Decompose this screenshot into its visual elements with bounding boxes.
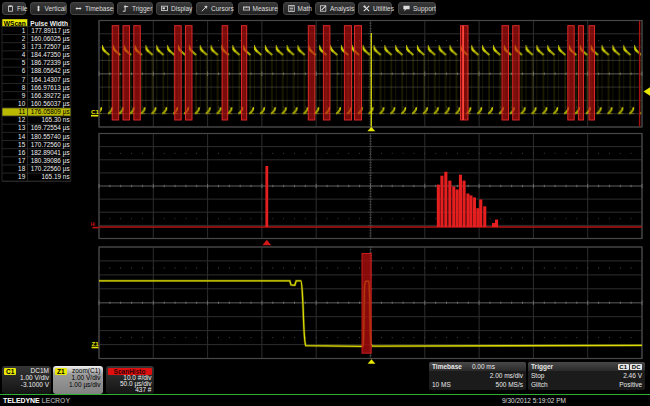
svg-text:Hi: Hi bbox=[91, 222, 96, 227]
svg-text:184.47350 µs: 184.47350 µs bbox=[31, 51, 70, 59]
svg-text:166.39272 µs: 166.39272 µs bbox=[31, 92, 70, 100]
svg-text:C1: C1 bbox=[91, 108, 99, 115]
svg-text:182.89041 µs: 182.89041 µs bbox=[31, 149, 70, 157]
svg-text:170.72560 µs: 170.72560 µs bbox=[31, 141, 70, 149]
svg-text:9: 9 bbox=[22, 92, 26, 99]
svg-text:164.14307 µs: 164.14307 µs bbox=[31, 76, 70, 84]
svg-text:Z1: Z1 bbox=[92, 340, 100, 347]
svg-text:169.72554 µs: 169.72554 µs bbox=[31, 124, 70, 132]
svg-text:WScan: WScan bbox=[4, 20, 26, 27]
svg-text:10: 10 bbox=[18, 100, 26, 107]
svg-text:180.55740 µs: 180.55740 µs bbox=[31, 133, 70, 141]
svg-text:7: 7 bbox=[22, 76, 26, 83]
svg-text:170.22560 µs: 170.22560 µs bbox=[31, 165, 70, 173]
svg-text:173.72507 µs: 173.72507 µs bbox=[31, 43, 70, 51]
svg-text:3: 3 bbox=[22, 43, 26, 50]
svg-text:13: 13 bbox=[18, 124, 26, 131]
svg-text:5: 5 bbox=[22, 59, 26, 66]
svg-text:16: 16 bbox=[18, 149, 26, 156]
svg-text:188.05642 µs: 188.05642 µs bbox=[31, 67, 70, 75]
svg-text:17: 17 bbox=[18, 157, 26, 164]
svg-text:Pulse Width: Pulse Width bbox=[30, 20, 68, 27]
svg-text:165.19 ns: 165.19 ns bbox=[42, 173, 70, 180]
svg-text:4: 4 bbox=[22, 51, 26, 58]
svg-text:2: 2 bbox=[22, 35, 26, 42]
svg-text:15: 15 bbox=[18, 141, 26, 148]
svg-text:11: 11 bbox=[19, 108, 26, 115]
svg-text:14: 14 bbox=[18, 133, 26, 140]
svg-text:160.06025 µs: 160.06025 µs bbox=[31, 35, 70, 43]
svg-text:176.05809 µs: 176.05809 µs bbox=[31, 108, 70, 116]
svg-text:165.30 ns: 165.30 ns bbox=[42, 116, 70, 123]
svg-text:6: 6 bbox=[22, 67, 26, 74]
svg-text:177.89117 µs: 177.89117 µs bbox=[31, 27, 69, 35]
svg-text:18: 18 bbox=[18, 165, 26, 172]
svg-text:1: 1 bbox=[22, 27, 26, 34]
svg-text:8: 8 bbox=[22, 84, 26, 91]
svg-text:186.72339 µs: 186.72339 µs bbox=[31, 59, 70, 67]
svg-text:180.39086 µs: 180.39086 µs bbox=[31, 157, 70, 165]
svg-text:160.56037 µs: 160.56037 µs bbox=[31, 100, 70, 108]
svg-text:19: 19 bbox=[18, 173, 26, 180]
svg-text:12: 12 bbox=[18, 116, 26, 123]
svg-text:166.97613 µs: 166.97613 µs bbox=[31, 84, 70, 92]
